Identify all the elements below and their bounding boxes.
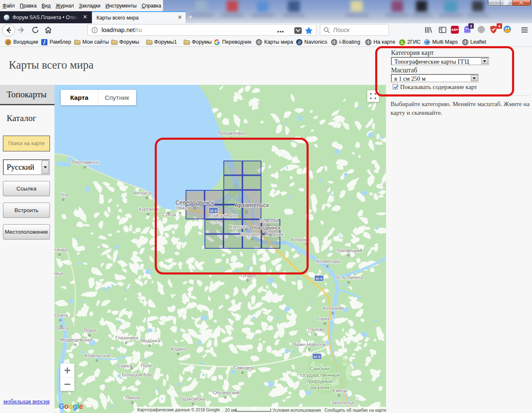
svg-text:природный: природный <box>307 378 332 384</box>
svg-text:Корельское: Корельское <box>85 353 111 358</box>
svg-text:Поле: Поле <box>141 363 152 368</box>
svg-text:государственный: государственный <box>299 372 339 378</box>
svg-text:Сийский: Сийский <box>310 366 329 372</box>
svg-text:Кянда: Кянда <box>54 247 67 252</box>
svg-text:Палово: Палово <box>308 327 325 332</box>
svg-text:2: 2 <box>401 40 403 45</box>
svg-text:Медведевская: Медведевская <box>60 337 92 342</box>
svg-text:Большой Бор: Большой Бор <box>122 372 152 377</box>
svg-text:М-8: М-8 <box>316 276 322 281</box>
svg-text:Копачево: Копачево <box>323 306 344 311</box>
svg-text:Горка с.: Горка с. <box>317 316 334 321</box>
svg-text:Луковецкий: Луковецкий <box>337 248 362 253</box>
svg-text:Емецк: Емецк <box>333 388 347 393</box>
svg-text:Обозерский: Обозерский <box>213 390 239 395</box>
svg-text:Брин-Наволок: Брин-Наволок <box>294 342 326 347</box>
svg-text:Самодед: Самодед <box>233 365 254 370</box>
svg-text:Онега: Онега <box>54 313 68 318</box>
svg-text:Глазаниха: Глазаниха <box>115 335 139 340</box>
svg-text:Пертоминск: Пертоминск <box>72 160 99 165</box>
svg-text:мица: мица <box>54 271 64 276</box>
svg-text:Заболотье: Заболотье <box>331 400 355 405</box>
svg-text:Усть-Пинега: Усть-Пинега <box>336 275 363 280</box>
svg-text:Кодино: Кодино <box>171 346 187 351</box>
svg-text:заказник: заказник <box>309 385 330 391</box>
svg-text:Уна: Уна <box>60 192 69 197</box>
svg-text:Щукозерье: Щукозерье <box>182 396 206 401</box>
svg-text:Сырья: Сырья <box>117 363 132 368</box>
svg-text:Патракеевка: Патракеевка <box>217 131 246 136</box>
svg-text:@: @ <box>6 40 10 45</box>
svg-text:М-8: М-8 <box>314 354 320 359</box>
svg-text:Пияла: Пияла <box>126 395 141 400</box>
svg-text:Мудьюга: Мудьюга <box>141 338 161 343</box>
svg-text:Холмогоры: Холмогоры <box>316 259 341 264</box>
svg-text:Порог: Порог <box>84 328 97 333</box>
svg-text:Ненокса: Ненокса <box>133 190 152 195</box>
